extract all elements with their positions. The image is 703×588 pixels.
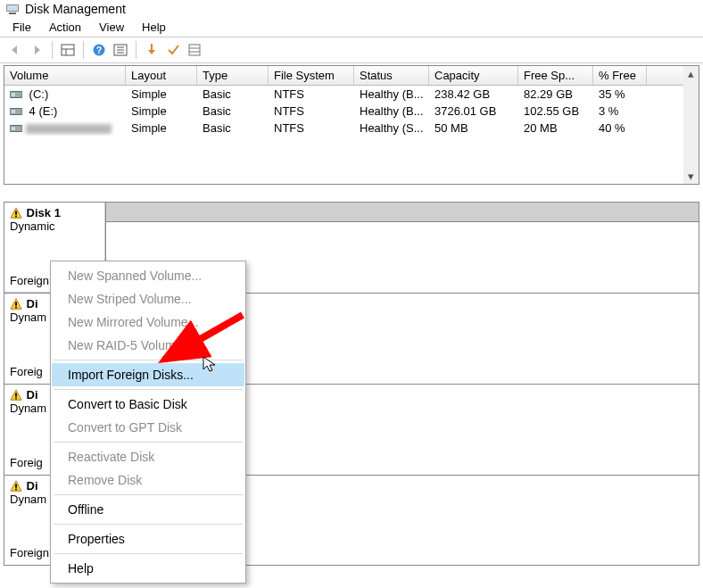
svg-rect-2 [9,12,16,14]
table-row[interactable]: SimpleBasicNTFSHealthy (S...50 MB20 MB40… [4,120,699,137]
svg-text:?: ? [96,46,102,55]
svg-rect-25 [15,307,17,309]
cell-fs: NTFS [269,87,354,102]
menu-item: New Spanned Volume... [52,264,244,287]
menu-item[interactable]: Help [52,557,244,580]
cell-type: Basic [197,104,269,119]
svg-rect-28 [15,484,17,487]
menu-item: New Striped Volume... [52,287,244,311]
view-panes-button[interactable] [58,40,78,60]
col-header-layout[interactable]: Layout [126,66,197,85]
cell-layout: Simple [126,104,197,119]
col-header-fs[interactable]: File System [269,66,354,85]
cell-volume: 4 (E:) [4,104,126,119]
cell-fs: NTFS [269,120,354,136]
table-row[interactable]: (C:)SimpleBasicNTFSHealthy (B...238.42 G… [4,86,699,103]
menu-view[interactable]: View [92,19,131,36]
menu-file[interactable]: File [5,19,38,36]
help-button[interactable]: ? [89,40,109,60]
cell-type: Basic [197,120,269,136]
disk-name: Disk 1 [10,206,100,219]
col-header-free[interactable]: Free Sp... [518,66,593,85]
window-title: Disk Management [25,2,126,16]
settings-button[interactable] [111,40,130,60]
svg-rect-29 [15,489,17,491]
cell-pct: 3 % [593,104,647,119]
cell-volume [4,120,126,136]
menu-action[interactable]: Action [42,19,88,36]
disk-foreign-label: Foreig [10,456,43,469]
cell-free: 102.55 GB [518,104,593,119]
menu-separator [54,494,243,495]
cursor-icon [202,355,219,373]
menu-separator [54,524,243,525]
cell-status: Healthy (B... [354,87,429,102]
menu-item: Convert to GPT Disk [52,416,244,439]
volume-list: Volume Layout Type File System Status Ca… [4,65,699,185]
disk-foreign-label: Foreig [10,365,43,378]
toolbar: ? [0,37,703,63]
svg-line-30 [164,315,243,360]
cell-capacity: 50 MB [429,120,518,136]
cell-pct: 40 % [593,120,647,136]
cell-layout: Simple [126,120,197,136]
svg-rect-27 [15,398,17,400]
svg-rect-13 [189,45,200,55]
table-row[interactable]: 4 (E:)SimpleBasicNTFSHealthy (B...3726.0… [4,103,699,120]
action-button[interactable] [142,40,161,60]
menu-item[interactable]: Convert to Basic Disk [52,393,244,416]
svg-rect-22 [15,211,17,214]
cell-volume: (C:) [4,87,126,102]
volume-rows: (C:)SimpleBasicNTFSHealthy (B...238.42 G… [4,86,699,137]
menu-item[interactable]: Properties [52,527,244,551]
scroll-down-icon[interactable]: ▾ [683,169,699,184]
list-button[interactable] [185,40,204,60]
cell-capacity: 3726.01 GB [429,104,518,119]
disk-foreign-label: Foreign [10,274,49,287]
toolbar-sep [136,41,136,59]
menu-separator [54,553,243,554]
titlebar: Disk Management [0,0,703,18]
menu-separator [54,442,243,443]
forward-button[interactable] [27,40,46,60]
svg-rect-17 [12,93,15,96]
back-button[interactable] [5,40,25,60]
cell-capacity: 238.42 GB [429,87,518,102]
col-header-capacity[interactable]: Capacity [429,66,518,85]
svg-rect-1 [7,5,18,11]
cell-fs: NTFS [269,104,354,119]
menubar: File Action View Help [0,18,703,37]
scroll-up-icon[interactable]: ▴ [683,66,699,81]
svg-rect-21 [12,127,15,130]
volume-header-row: Volume Layout Type File System Status Ca… [4,66,699,86]
menu-item: Reactivate Disk [52,445,244,468]
disk-status: Dynamic [10,219,100,233]
svg-rect-23 [15,216,17,218]
vertical-scrollbar[interactable]: ▴ ▾ [683,66,699,184]
cell-layout: Simple [126,87,197,102]
col-header-status[interactable]: Status [354,66,429,85]
toolbar-sep [52,41,53,59]
menu-item: Remove Disk [52,468,244,492]
cell-status: Healthy (B... [354,104,429,119]
svg-rect-26 [15,393,17,396]
cell-free: 82.29 GB [518,87,593,102]
col-header-pct[interactable]: % Free [593,66,647,85]
toolbar-sep [83,41,84,59]
app-icon [5,2,20,16]
cell-pct: 35 % [593,87,647,102]
apply-button[interactable] [163,40,183,60]
cell-type: Basic [197,87,269,102]
svg-rect-3 [62,45,74,55]
col-header-volume[interactable]: Volume [4,66,126,85]
svg-rect-19 [12,110,15,113]
cell-free: 20 MB [518,120,593,136]
col-header-type[interactable]: Type [197,66,269,85]
svg-rect-24 [15,302,17,305]
disk-foreign-label: Foreign [10,546,49,559]
menu-help[interactable]: Help [135,19,173,36]
cell-status: Healthy (S... [354,120,429,136]
menu-item[interactable]: Offline [52,498,244,521]
menu-separator [54,389,243,390]
